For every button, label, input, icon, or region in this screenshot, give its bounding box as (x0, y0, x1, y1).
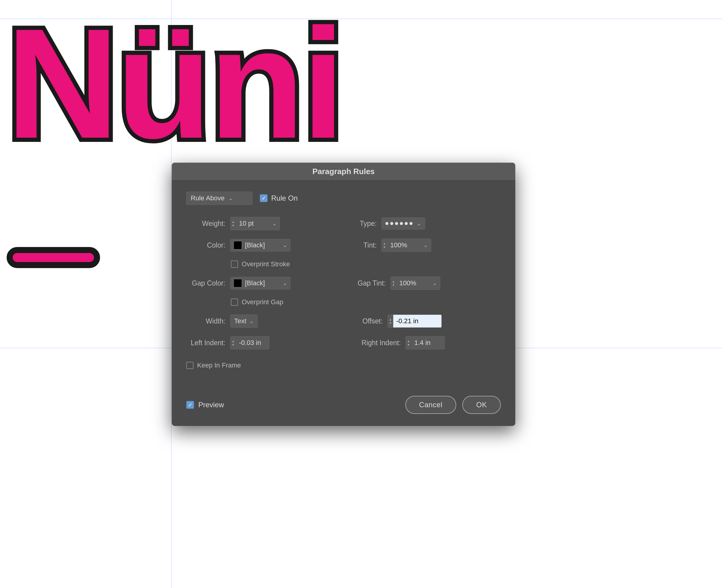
gap-color-arrow[interactable]: ⌄ (283, 280, 287, 287)
cancel-button[interactable]: Cancel (405, 396, 456, 414)
offset-label: Offset: (353, 317, 383, 325)
overprint-gap-row: Overprint Gap (231, 298, 501, 306)
tint-spinner-down[interactable]: ▾ (384, 246, 386, 249)
right-indent-down[interactable]: ▾ (408, 343, 410, 346)
right-indent-btn[interactable]: ▴ ▾ (406, 339, 411, 347)
gap-color-row: Gap Color: [Black] ⌄ (186, 276, 334, 290)
preview-row: ✓ Preview (186, 401, 224, 409)
spinner-up[interactable]: ▴ (232, 220, 234, 224)
type-row: Type: ⌄ (353, 217, 501, 230)
width-dropdown[interactable]: Text ⌄ (230, 314, 257, 328)
weight-spinner-btn[interactable]: ▴ ▾ (230, 219, 236, 228)
width-arrow[interactable]: ⌄ (249, 318, 254, 324)
top-row: Rule Above ⌄ ✓ Rule On (186, 192, 501, 205)
right-indent-row: Right Indent: ▴ ▾ 1.4 in (353, 336, 501, 350)
gap-tint-row: Gap Tint: ▴ ▾ 100% ⌄ (353, 276, 501, 290)
type-label: Type: (353, 219, 377, 228)
left-indent-down[interactable]: ▾ (232, 343, 234, 346)
color-swatch (233, 241, 242, 249)
offset-input[interactable]: ▴ ▾ (388, 314, 442, 328)
spinner-down[interactable]: ▾ (232, 224, 234, 227)
dot6 (410, 222, 413, 225)
dialog-title: Paragraph Rules (312, 167, 375, 176)
keep-in-frame-checkbox[interactable] (186, 362, 193, 369)
left-indent-btn[interactable]: ▴ ▾ (230, 339, 236, 347)
overprint-stroke-checkbox[interactable] (231, 260, 238, 268)
right-indent-spinner[interactable]: ▴ ▾ 1.4 in (406, 336, 445, 350)
color-value: [Black] (245, 241, 265, 249)
right-indent-value[interactable]: 1.4 in (411, 336, 445, 349)
offset-down[interactable]: ▾ (390, 321, 391, 325)
tint-row: Tint: ▴ ▾ 100% ⌄ (353, 238, 501, 252)
rule-on-label: Rule On (271, 194, 298, 203)
dot5 (405, 222, 408, 225)
indent-section: Left Indent: ▴ ▾ -0.03 in Right Indent: … (186, 336, 501, 350)
dot4 (400, 222, 403, 225)
width-offset-section: Width: Text ⌄ Offset: ▴ ▾ (186, 314, 501, 328)
dot3 (395, 222, 398, 225)
offset-spinner-btn[interactable]: ▴ ▾ (388, 317, 393, 325)
logo-underline (7, 247, 100, 268)
weight-label: Weight: (186, 219, 225, 228)
gap-tint-up[interactable]: ▴ (393, 280, 394, 283)
left-indent-up[interactable]: ▴ (232, 339, 234, 343)
type-dropdown[interactable]: ⌄ (381, 217, 425, 230)
tint-spinner-up[interactable]: ▴ (384, 242, 386, 245)
dialog-bottom: ✓ Preview Cancel OK (172, 396, 515, 426)
gap-color-swatch (233, 279, 242, 287)
gap-section: Gap Color: [Black] ⌄ Gap Tint: ▴ ▾ 100% … (186, 276, 501, 290)
gap-tint-arrow[interactable]: ⌄ (429, 280, 440, 287)
weight-row: Weight: ▴ ▾ 10 pt ⌄ (186, 217, 334, 230)
color-dropdown-arrow[interactable]: ⌄ (283, 242, 287, 249)
overprint-stroke-row: Overprint Stroke (231, 260, 501, 268)
keep-in-frame-label: Keep In Frame (197, 361, 241, 369)
rule-above-arrow-icon: ⌄ (228, 195, 233, 202)
width-row: Width: Text ⌄ (186, 314, 334, 328)
dot2 (390, 222, 393, 225)
overprint-gap-container: Overprint Gap (231, 298, 501, 306)
weight-value[interactable]: 10 pt (236, 217, 269, 230)
left-indent-value[interactable]: -0.03 in (236, 336, 269, 349)
ok-button[interactable]: OK (462, 396, 501, 414)
tint-spinner[interactable]: ▴ ▾ 100% ⌄ (381, 238, 431, 252)
gap-color-value: [Black] (245, 279, 265, 287)
color-dropdown[interactable]: [Black] ⌄ (230, 239, 290, 252)
offset-up[interactable]: ▴ (390, 318, 391, 321)
left-indent-spinner[interactable]: ▴ ▾ -0.03 in (230, 336, 269, 350)
left-indent-label: Left Indent: (186, 339, 225, 347)
left-indent-row: Left Indent: ▴ ▾ -0.03 in (186, 336, 334, 350)
tint-value[interactable]: 100% (387, 239, 420, 252)
rule-above-dropdown[interactable]: Rule Above ⌄ (186, 192, 252, 205)
offset-row: Offset: ▴ ▾ (353, 314, 501, 328)
gap-tint-spinner-btn[interactable]: ▴ ▾ (391, 279, 396, 287)
rule-on-row: ✓ Rule On (260, 194, 298, 203)
weight-spinner[interactable]: ▴ ▾ 10 pt ⌄ (230, 217, 280, 230)
dot1 (386, 222, 388, 225)
tint-dropdown-arrow[interactable]: ⌄ (420, 242, 431, 249)
rule-on-checkbox[interactable]: ✓ (260, 194, 268, 202)
button-group: Cancel OK (405, 396, 501, 414)
gap-tint-down[interactable]: ▾ (393, 284, 394, 287)
gap-tint-value[interactable]: 100% (396, 277, 429, 290)
offset-value[interactable] (393, 315, 441, 328)
right-indent-label: Right Indent: (353, 339, 401, 347)
overprint-stroke-container: Overprint Stroke (231, 260, 501, 268)
tint-label: Tint: (353, 241, 377, 249)
width-value: Text (234, 317, 246, 325)
right-indent-up[interactable]: ▴ (408, 339, 410, 343)
overprint-gap-checkbox[interactable] (231, 298, 238, 306)
weight-dropdown-arrow[interactable]: ⌄ (269, 220, 280, 227)
color-row: Color: [Black] ⌄ (186, 238, 334, 252)
gap-color-dropdown[interactable]: [Black] ⌄ (230, 277, 290, 290)
type-dropdown-arrow[interactable]: ⌄ (417, 220, 421, 227)
overprint-stroke-label: Overprint Stroke (242, 260, 290, 268)
gap-color-label: Gap Color: (186, 279, 225, 287)
preview-label: Preview (198, 401, 224, 409)
preview-checkbox[interactable]: ✓ (186, 401, 194, 409)
keep-in-frame-row: Keep In Frame (186, 359, 501, 369)
dialog-body: Rule Above ⌄ ✓ Rule On Weight: ▴ ▾ 10 pt (172, 181, 515, 395)
tint-spinner-btn[interactable]: ▴ ▾ (382, 241, 387, 249)
gap-tint-spinner[interactable]: ▴ ▾ 100% ⌄ (391, 276, 440, 290)
paragraph-rules-dialog: Paragraph Rules Rule Above ⌄ ✓ Rule On W… (172, 163, 515, 426)
dialog-titlebar: Paragraph Rules (172, 163, 515, 181)
